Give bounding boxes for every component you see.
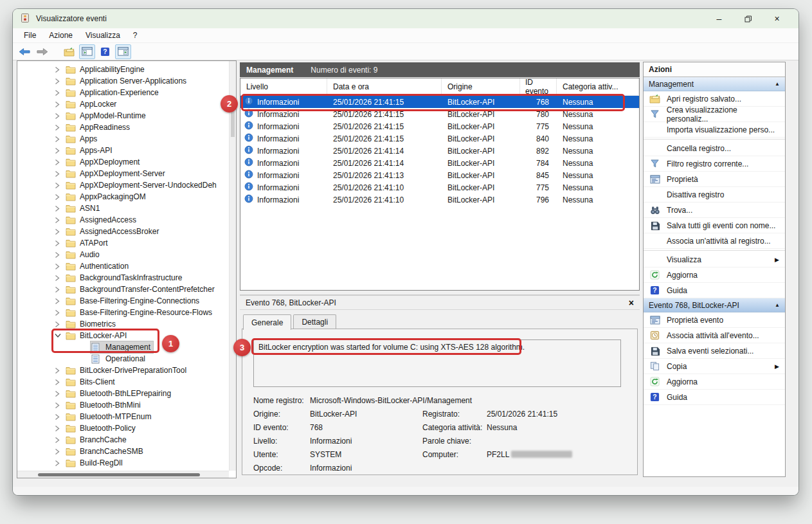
tab-generale[interactable]: Generale	[243, 314, 291, 330]
action-item-aggiorna[interactable]: Aggiorna	[644, 267, 785, 283]
chevron-right-icon[interactable]	[55, 460, 62, 467]
chevron-right-icon[interactable]	[55, 124, 62, 131]
chevron-right-icon[interactable]	[55, 251, 62, 258]
column-header-2[interactable]: Origine	[442, 78, 520, 95]
chevron-right-icon[interactable]	[55, 298, 62, 305]
tree-item-backgroundtransfer-contentprefetcher[interactable]: BackgroundTransfer-ContentPrefetcher	[17, 284, 228, 295]
menu-item-azione[interactable]: Azione	[42, 28, 79, 42]
tree-item-bitlocker-api[interactable]: BitLocker-API	[17, 330, 228, 341]
action-item-visualizza[interactable]: Visualizza▶	[644, 252, 785, 267]
chevron-right-icon[interactable]	[55, 113, 62, 120]
action-item-associa-un-attivit-al-registro[interactable]: Associa un'attività al registro...	[644, 233, 785, 249]
tree-item-applicabilityengine[interactable]: ApplicabilityEngine	[17, 64, 228, 75]
tree-item-assignedaccess[interactable]: AssignedAccess	[17, 214, 228, 226]
chevron-right-icon[interactable]	[55, 136, 62, 143]
column-header-0[interactable]: Livello	[240, 78, 327, 95]
tree-item-bluetooth-bthmini[interactable]: Bluetooth-BthMini	[17, 399, 228, 411]
tree-item-appreadiness[interactable]: AppReadiness	[17, 122, 228, 133]
close-button[interactable]: ×	[762, 9, 791, 28]
chevron-down-icon[interactable]	[55, 333, 62, 338]
chevron-right-icon[interactable]	[55, 379, 62, 386]
tree-item-operational[interactable]: Operational	[17, 353, 228, 365]
tree-item-appmodel-runtime[interactable]: AppModel-Runtime	[17, 110, 228, 122]
action-item-salva-eventi-selezionati[interactable]: Salva eventi selezionati...	[644, 343, 785, 359]
chevron-right-icon[interactable]	[55, 448, 62, 455]
chevron-right-icon[interactable]	[55, 170, 62, 177]
tree-item-biometrics[interactable]: Biometrics	[17, 318, 228, 330]
event-row[interactable]: Informazioni25/01/2026 21:41:10BitLocker…	[240, 181, 639, 194]
tree-item-branchcachesmb[interactable]: BranchCacheSMB	[17, 446, 228, 457]
event-description-box[interactable]: BitLocker encryption was started for vol…	[253, 339, 621, 387]
action-item-salva-tutti-gli-eventi-con-nome[interactable]: Salva tutti gli eventi con nome...	[644, 218, 785, 233]
tree-item-appxdeployment[interactable]: AppXDeployment	[17, 156, 228, 168]
tree-item-management[interactable]: Management	[17, 341, 228, 353]
tree-item-apps-api[interactable]: Apps-API	[17, 145, 228, 156]
chevron-right-icon[interactable]	[55, 321, 62, 328]
tree-item-bluetooth-bthleprepairing[interactable]: Bluetooth-BthLEPrepairing	[17, 388, 228, 399]
tree-item-build-regdll[interactable]: Build-RegDll	[17, 457, 228, 469]
tree-item-appxdeployment-server[interactable]: AppXDeployment-Server	[17, 168, 228, 179]
tree-item-application-server-applications[interactable]: Application Server-Applications	[17, 75, 228, 87]
console-tree-button[interactable]	[79, 44, 95, 59]
actions-section-header[interactable]: Evento 768, BitLocker-API▲	[644, 298, 785, 312]
action-item-associa-attivit-all-evento[interactable]: Associa attività all'evento...	[644, 328, 785, 343]
event-row[interactable]: Informazioni25/01/2026 21:41:14BitLocker…	[240, 157, 639, 169]
action-item-cancella-registro[interactable]: Cancella registro...	[644, 141, 785, 156]
menu-item-[interactable]: ?	[127, 28, 144, 42]
chevron-right-icon[interactable]	[55, 275, 62, 282]
action-pane-button[interactable]	[115, 44, 131, 59]
tree-item-bluetooth-policy[interactable]: Bluetooth-Policy	[17, 422, 228, 434]
action-item-filtro-registro-corrente[interactable]: Filtro registro corrente...	[644, 156, 785, 172]
action-item-copia[interactable]: Copia▶	[644, 359, 785, 374]
action-item-disattiva-registro[interactable]: Disattiva registro	[644, 187, 785, 203]
chevron-right-icon[interactable]	[55, 240, 62, 247]
tree-item-authentication[interactable]: Authentication	[17, 260, 228, 272]
tree-item-applocker[interactable]: AppLocker	[17, 98, 228, 110]
tree-item-assignedaccessbroker[interactable]: AssignedAccessBroker	[17, 226, 228, 237]
chevron-right-icon[interactable]	[55, 194, 62, 201]
tree-item-bluetooth-mtpenum[interactable]: Bluetooth-MTPEnum	[17, 411, 228, 422]
action-item-apri-registro-salvato[interactable]: Apri registro salvato...	[644, 91, 785, 107]
chevron-right-icon[interactable]	[55, 101, 62, 108]
chevron-right-icon[interactable]	[55, 159, 62, 166]
event-row[interactable]: Informazioni25/01/2026 21:41:15BitLocker…	[240, 120, 639, 132]
tree-item-bits-client[interactable]: Bits-Client	[17, 376, 228, 388]
tree-item-bitlocker-drivepreparationtool[interactable]: BitLocker-DrivePreparationTool	[17, 365, 228, 376]
action-item-importa-visualizzazione-perso[interactable]: Importa visualizzazione perso...	[644, 122, 785, 138]
chevron-right-icon[interactable]	[55, 367, 62, 374]
collapse-icon[interactable]: ▲	[775, 81, 780, 87]
tree-item-ataport[interactable]: ATAPort	[17, 237, 228, 249]
tree-item-base-filtering-engine-resource-flows[interactable]: Base-Filtering-Engine-Resource-Flows	[17, 307, 228, 318]
menu-item-file[interactable]: File	[17, 28, 42, 42]
chevron-right-icon[interactable]	[55, 309, 62, 316]
chevron-right-icon[interactable]	[55, 402, 62, 409]
scrollbar-thumb[interactable]	[231, 110, 235, 137]
chevron-right-icon[interactable]	[55, 205, 62, 212]
action-item-crea-visualizzazione-personaliz[interactable]: Crea visualizzazione personaliz...	[644, 107, 785, 122]
chevron-right-icon[interactable]	[55, 286, 62, 293]
actions-section-header[interactable]: Management▲	[644, 77, 785, 91]
chevron-right-icon[interactable]	[55, 66, 62, 73]
tree-item-application-experience[interactable]: Application-Experience	[17, 87, 228, 98]
action-item-propriet[interactable]: Proprietà	[644, 172, 785, 187]
event-row[interactable]: Informazioni25/01/2026 21:41:10BitLocker…	[240, 194, 639, 206]
tree-item-backgroundtaskinfrastructure[interactable]: BackgroundTaskInfrastructure	[17, 272, 228, 284]
menu-item-visualizza[interactable]: Visualizza	[79, 28, 127, 42]
action-item-guida[interactable]: ?Guida	[644, 283, 785, 298]
tree-horizontal-scrollbar[interactable]	[17, 471, 229, 478]
scrollbar-thumb[interactable]	[38, 473, 200, 476]
chevron-right-icon[interactable]	[55, 228, 62, 235]
tree-item-branchcache[interactable]: BranchCache	[17, 434, 228, 446]
restore-button[interactable]	[734, 9, 762, 28]
chevron-right-icon[interactable]	[55, 182, 62, 189]
chevron-right-icon[interactable]	[55, 147, 62, 154]
tree-item-apps[interactable]: Apps	[17, 133, 228, 145]
event-row[interactable]: Informazioni25/01/2026 21:41:15BitLocker…	[240, 108, 639, 120]
chevron-right-icon[interactable]	[55, 413, 62, 420]
minimize-button[interactable]: –	[705, 9, 734, 28]
tree-item-appxpackagingom[interactable]: AppxPackagingOM	[17, 191, 228, 203]
chevron-right-icon[interactable]	[55, 425, 62, 432]
event-row[interactable]: Informazioni25/01/2026 21:41:14BitLocker…	[240, 145, 639, 157]
forward-button[interactable]	[34, 44, 50, 59]
column-header-4[interactable]: Categoria attiv...	[557, 78, 639, 95]
